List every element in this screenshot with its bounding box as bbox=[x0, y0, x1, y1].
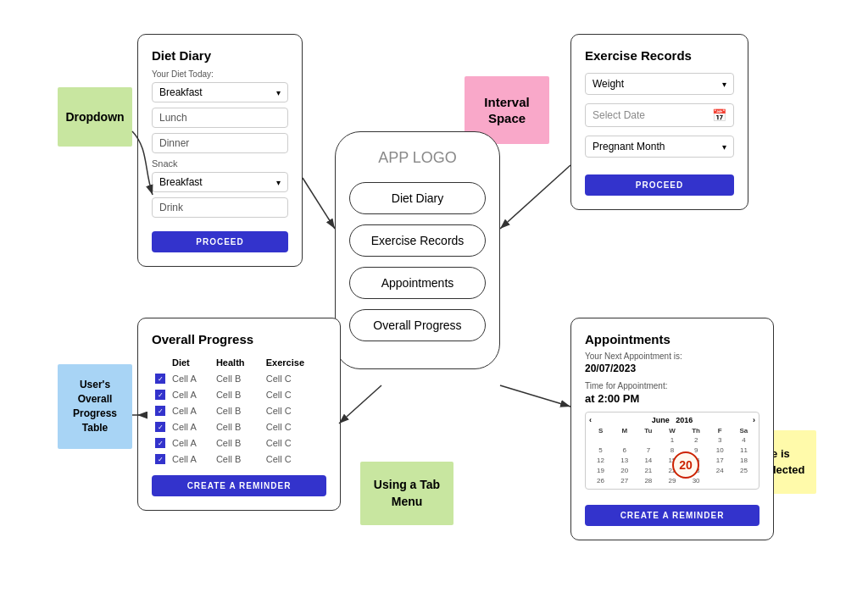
checkbox-icon[interactable]: ✓ bbox=[155, 438, 165, 448]
using-tab-menu-sticky: Using a TabMenu bbox=[360, 462, 453, 525]
day-header-f: F bbox=[709, 427, 732, 435]
diet-col-header: Diet bbox=[169, 355, 213, 370]
exercise-col-header: Exercise bbox=[263, 355, 326, 370]
appointments-card: Appointments Your Next Appointment is: 2… bbox=[570, 318, 774, 540]
checkbox-icon[interactable]: ✓ bbox=[155, 406, 165, 416]
users-overall-sticky: User'sOverallProgressTable bbox=[58, 364, 132, 449]
prev-month-icon[interactable]: ‹ bbox=[589, 416, 592, 424]
table-row: ✓ Cell ACell BCell C bbox=[152, 418, 326, 435]
checkbox-icon[interactable]: ✓ bbox=[155, 390, 165, 400]
snack-dropdown-arrow-icon: ▾ bbox=[276, 178, 281, 187]
appointment-date-value: 20/07/2023 bbox=[585, 363, 760, 374]
table-row: ✓ Cell ACell BCell C bbox=[152, 451, 326, 467]
exercise-proceed-button[interactable]: PROCEED bbox=[585, 174, 734, 196]
svg-line-3 bbox=[339, 385, 381, 424]
overall-progress-title: Overall Progress bbox=[152, 332, 326, 346]
create-reminder-button[interactable]: CREATE A REMINDER bbox=[152, 475, 326, 496]
day-header-sa: Sa bbox=[732, 427, 755, 435]
menu-diet-diary-button[interactable]: Diet Diary bbox=[349, 182, 486, 214]
menu-exercise-records-button[interactable]: Exercise Records bbox=[349, 224, 486, 257]
mini-calendar: ‹ June 2016 › S M Tu W Th F Sa 1 2 3 4 5… bbox=[585, 412, 760, 490]
svg-line-1 bbox=[303, 178, 335, 229]
circled-date-20: 20 bbox=[672, 451, 699, 479]
diet-snack-dropdown[interactable]: Breakfast ▾ bbox=[152, 172, 288, 192]
check-col-header bbox=[152, 355, 169, 370]
appointments-title: Appointments bbox=[585, 332, 760, 346]
menu-overall-progress-button[interactable]: Overall Progress bbox=[349, 309, 486, 341]
exercise-weight-dropdown[interactable]: Weight ▾ bbox=[585, 73, 734, 95]
appointment-time-value: at 2:00 PM bbox=[585, 392, 760, 405]
table-row: ✓ Cell ACell BCell C bbox=[152, 435, 326, 451]
diet-your-diet-label: Your Diet Today: bbox=[152, 69, 288, 79]
progress-table: Diet Health Exercise ✓ Cell ACell BCell … bbox=[152, 355, 326, 467]
overall-progress-card: Overall Progress Diet Health Exercise ✓ … bbox=[137, 318, 341, 511]
diet-drink-field: Drink bbox=[152, 197, 288, 218]
app-menu-card: APP LOGO Diet Diary Exercise Records App… bbox=[335, 131, 500, 369]
dropdown-sticky: Dropdown bbox=[58, 87, 132, 147]
day-header-w: W bbox=[660, 427, 683, 435]
checkbox-icon[interactable]: ✓ bbox=[155, 374, 165, 384]
svg-line-2 bbox=[500, 165, 570, 229]
day-header-tu: Tu bbox=[637, 427, 659, 435]
calendar-icon: 📅 bbox=[712, 108, 726, 122]
exercise-records-card: Exercise Records Weight ▾ Select Date 📅 … bbox=[570, 34, 748, 210]
exercise-select-date-field[interactable]: Select Date 📅 bbox=[585, 103, 734, 127]
diet-proceed-button[interactable]: PROCEED bbox=[152, 231, 288, 252]
next-appointment-label: Your Next Appointment is: bbox=[585, 352, 760, 361]
svg-line-4 bbox=[500, 385, 570, 407]
app-logo-label: APP LOGO bbox=[349, 149, 486, 167]
selected-day[interactable]: 20 bbox=[613, 466, 636, 475]
day-header-th: Th bbox=[685, 427, 708, 435]
diet-diary-card: Diet Diary Your Diet Today: Breakfast ▾ … bbox=[137, 34, 303, 267]
table-row: ✓ Cell ACell BCell C bbox=[152, 402, 326, 418]
checkbox-icon[interactable]: ✓ bbox=[155, 422, 165, 432]
diet-dinner-field: Dinner bbox=[152, 133, 288, 153]
diet-lunch-field: Lunch bbox=[152, 108, 288, 128]
calendar-month-year: June 2016 bbox=[652, 416, 693, 424]
health-col-header: Health bbox=[213, 355, 263, 370]
table-row: ✓ Cell ACell BCell C bbox=[152, 386, 326, 402]
menu-appointments-button[interactable]: Appointments bbox=[349, 267, 486, 299]
day-header-s: S bbox=[589, 427, 612, 435]
diet-diary-title: Diet Diary bbox=[152, 48, 288, 63]
dropdown-arrow-icon: ▾ bbox=[276, 88, 281, 97]
checkbox-icon[interactable]: ✓ bbox=[155, 454, 165, 464]
diet-breakfast-dropdown[interactable]: Breakfast ▾ bbox=[152, 82, 288, 102]
next-month-icon[interactable]: › bbox=[753, 416, 755, 424]
table-row: ✓ Cell ACell BCell C bbox=[152, 370, 326, 386]
exercise-title: Exercise Records bbox=[585, 48, 734, 63]
time-for-appointment-label: Time for Appointment: bbox=[585, 381, 760, 390]
day-header-m: M bbox=[613, 427, 636, 435]
appointments-create-reminder-button[interactable]: CREATE A REMINDER bbox=[585, 505, 760, 526]
exercise-pregnant-month-dropdown[interactable]: Pregnant Month ▾ bbox=[585, 136, 734, 158]
weight-dropdown-arrow-icon: ▾ bbox=[722, 80, 726, 89]
pregnant-month-dropdown-arrow-icon: ▾ bbox=[722, 142, 726, 152]
snack-label: Snack bbox=[152, 158, 288, 169]
